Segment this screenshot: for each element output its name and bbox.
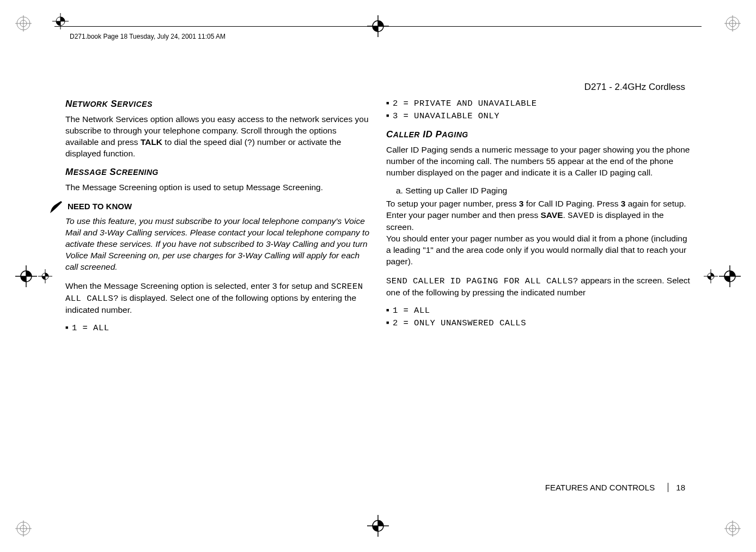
caller-id-paging-body: Caller ID Paging sends a numeric message… [386,144,691,179]
need-to-know-label: NEED TO KNOW [68,201,132,212]
crosshair-icon [15,265,37,287]
need-to-know-header: NEED TO KNOW [49,199,370,214]
caller-id-paging-heading: CALLER ID PAGING [386,129,691,141]
registration-mark-icon [724,15,741,32]
page-container: D271.book Page 18 Tuesday, July 24, 2001… [65,27,691,525]
message-screening-body: The Message Screening option is used to … [65,182,370,193]
need-to-know-text: To use this feature, you must subscribe … [65,216,370,273]
page-footer: FEATURES AND CONTROLS 18 [545,483,685,492]
list-item-3-unavailable: 3 = UNAVAILABLE ONLY [393,111,691,122]
left-column: NETWORK SERVICES The Network Services op… [65,98,370,335]
small-crosshair-icon [704,269,718,283]
registration-mark-icon [15,520,32,537]
content-columns: NETWORK SERVICES The Network Services op… [65,98,691,335]
message-screening-heading: MESSAGE SCREENING [65,166,370,179]
list-item-1-all-b: 1 = ALL [393,305,691,317]
crop-line [54,26,702,27]
pencil-icon [49,199,63,214]
setup-caller-id-sublabel: a. Setting up Caller ID Paging [396,185,691,197]
registration-mark-icon [15,15,32,32]
network-services-heading: NETWORK SERVICES [65,98,370,111]
setup-pager-text: To setup your pager number, press 3 for … [386,198,691,233]
product-title: D271 - 2.4GHz Cordless [584,82,685,93]
list-item-2-private: 2 = PRIVATE AND UNAVAILABLE [393,98,691,110]
pager-dial-note: You should enter your pager number as yo… [386,233,691,268]
registration-mark-icon [724,520,741,537]
file-info-header: D271.book Page 18 Tuesday, July 24, 2001… [70,33,225,40]
small-crosshair-icon [38,269,52,283]
list-item-2-unanswered: 2 = ONLY UNANSWERED CALLS [393,318,691,329]
send-caller-id-text: SEND CALLER ID PAGING FOR ALL CALLS? app… [386,275,691,299]
crosshair-icon [719,265,741,287]
footer-section: FEATURES AND CONTROLS [545,483,655,492]
network-services-body: The Network Services option allows you e… [65,114,370,160]
screen-all-calls-text: When the Message Screening option is sel… [65,281,370,316]
list-item-1-all: 1 = ALL [72,323,370,334]
footer-page-number: 18 [668,483,685,492]
right-column: 2 = PRIVATE AND UNAVAILABLE 3 = UNAVAILA… [386,98,691,335]
